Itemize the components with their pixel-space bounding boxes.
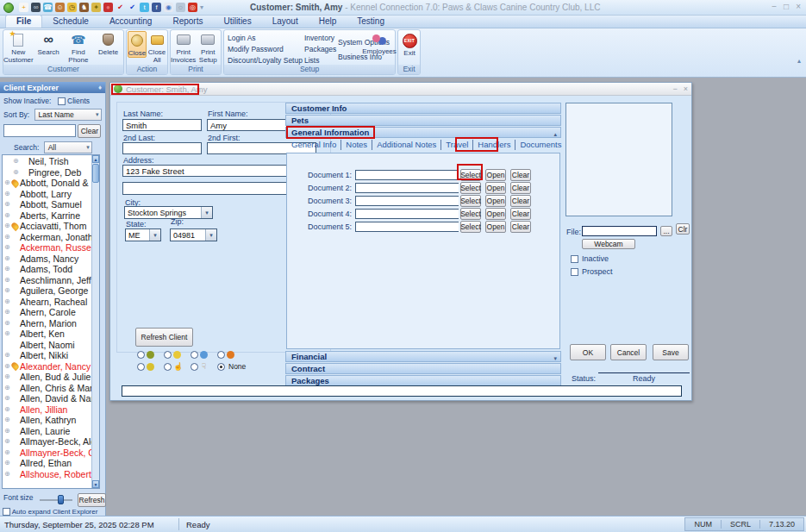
qat-icon[interactable]: ☎ xyxy=(43,3,53,12)
expand-icon[interactable]: ⊕ xyxy=(4,372,12,383)
expand-icon[interactable]: ⊕ xyxy=(4,199,12,210)
expand-icon[interactable]: ⊕ xyxy=(4,275,12,286)
mood-option[interactable] xyxy=(164,351,191,359)
expand-icon[interactable]: ⊕ xyxy=(4,415,12,426)
client-list-item[interactable]: ⊕ Allen, Chris & Mar xyxy=(3,383,91,394)
expand-icon[interactable]: ⊕ xyxy=(4,297,12,308)
client-list-item[interactable]: ⊕ Allred, Ethan xyxy=(3,458,91,469)
radio-icon[interactable] xyxy=(191,363,198,371)
radio-icon[interactable] xyxy=(164,351,172,359)
mood-option[interactable] xyxy=(137,351,164,359)
open-button[interactable]: Open xyxy=(485,182,506,194)
minimize-icon[interactable]: − xyxy=(672,84,677,93)
client-list-item[interactable]: ⊕ Acciavatti, Thom xyxy=(3,221,91,232)
expand-icon[interactable]: ⊕ xyxy=(4,210,12,222)
file-clear-button[interactable]: Clr xyxy=(676,223,690,235)
scroll-down-icon[interactable]: ▼ xyxy=(92,480,99,488)
client-list-item[interactable]: ⊕ Adams, Nancy xyxy=(3,253,91,265)
expand-icon[interactable]: ⊕ xyxy=(4,426,12,437)
client-list-item[interactable]: ⊕ Pingree, Deb xyxy=(3,167,91,178)
ribbon-link[interactable]: Modify Password xyxy=(228,44,303,55)
save-button[interactable]: Save xyxy=(653,344,689,360)
client-list-scrollbar[interactable]: ▲ ▼ xyxy=(91,155,99,488)
ribbon-button[interactable]: Delete xyxy=(93,31,123,56)
client-list-item[interactable]: ⊕ Alexander, Nancy xyxy=(3,361,91,372)
expand-icon[interactable]: ⊕ xyxy=(4,436,12,448)
select-button[interactable]: Select xyxy=(460,182,481,194)
radio-icon[interactable] xyxy=(191,351,198,359)
ribbon-button[interactable]: Close xyxy=(128,31,147,58)
accordion-customer-info[interactable]: Customer Info xyxy=(285,103,561,114)
ribbon-button[interactable]: New Customer xyxy=(3,31,34,64)
city-select[interactable]: Stockton Springs ▾ xyxy=(124,206,213,219)
expand-icon[interactable]: ⊕ xyxy=(4,469,12,480)
expand-icon[interactable]: ⊕ xyxy=(4,253,12,265)
maximize-icon[interactable]: □ xyxy=(784,2,789,11)
qat-icon[interactable]: ∞ xyxy=(31,3,41,12)
tab[interactable]: General Info xyxy=(287,140,341,150)
expand-icon[interactable]: ⊕ xyxy=(4,448,12,459)
expand-icon[interactable]: ⊕ xyxy=(4,189,12,200)
scroll-thumb[interactable] xyxy=(92,164,99,183)
open-button[interactable]: Open xyxy=(485,208,506,220)
clear-button[interactable]: Clear xyxy=(510,208,531,220)
client-list-item[interactable]: ⊕ Abbott, Samuel xyxy=(3,199,91,210)
document-path-field[interactable] xyxy=(355,170,459,180)
menu-item[interactable]: Utilities xyxy=(213,16,261,28)
client-list-item[interactable]: ⊕ Neil, Trish xyxy=(3,156,91,167)
client-list-item[interactable]: ⊕ Allen, Jillian xyxy=(3,404,91,416)
client-list-item[interactable]: ⊕ Ahearn, Racheal xyxy=(3,297,91,308)
font-size-slider-thumb[interactable] xyxy=(58,495,64,504)
open-button[interactable]: Open xyxy=(485,221,506,233)
prospect-checkbox[interactable] xyxy=(571,268,578,276)
client-list-item[interactable]: ⊕ Ackerman, Jonath xyxy=(3,232,91,243)
tab[interactable]: Additional Notes xyxy=(372,140,441,150)
state-select[interactable]: ME ▾ xyxy=(125,228,161,241)
ribbon-collapse-icon[interactable]: ▴ xyxy=(797,57,801,65)
document-path-field[interactable] xyxy=(355,209,459,219)
qat-icon[interactable]: ◷ xyxy=(67,3,77,12)
qat-icon[interactable]: ● xyxy=(103,3,113,12)
expand-icon[interactable]: ⊕ xyxy=(13,167,21,178)
menu-item[interactable]: Reports xyxy=(162,16,213,28)
client-list-item[interactable]: ⊕ Ackerman, Russell xyxy=(3,242,91,253)
client-list-item[interactable]: ⊕ Ahern, Marion xyxy=(3,318,91,329)
qat-icon[interactable]: ◎ xyxy=(188,3,197,12)
tab[interactable]: Travel xyxy=(441,140,473,150)
expand-icon[interactable]: ⊕ xyxy=(4,264,12,275)
expand-icon[interactable]: ⊕ xyxy=(4,393,12,404)
qat-icon[interactable]: ✦ xyxy=(91,3,101,12)
mood-option[interactable]: None xyxy=(217,362,244,371)
clear-button[interactable]: Clear xyxy=(510,182,531,194)
select-button[interactable]: Select xyxy=(460,169,481,181)
client-list-item[interactable]: ⊕ Albert, Naomi xyxy=(3,340,91,351)
client-filter-input[interactable] xyxy=(3,124,76,137)
qat-icon[interactable]: t xyxy=(140,3,149,12)
radio-icon[interactable] xyxy=(137,363,145,371)
expand-icon[interactable]: ⊕ xyxy=(4,307,12,318)
mood-option[interactable]: ☝ xyxy=(164,362,191,371)
radio-icon[interactable] xyxy=(137,351,145,359)
menu-item[interactable]: File xyxy=(5,15,42,28)
expand-icon[interactable]: ⊕ xyxy=(4,404,12,416)
mood-option[interactable] xyxy=(191,351,217,359)
tab[interactable]: Documents xyxy=(515,140,566,150)
zip-select[interactable]: 04981 ▾ xyxy=(170,228,217,241)
ribbon-link[interactable]: Login As xyxy=(228,33,303,44)
radio-icon[interactable] xyxy=(164,363,172,371)
expand-icon[interactable]: ⊕ xyxy=(4,458,12,469)
qat-icon[interactable]: ♞ xyxy=(79,3,89,12)
clear-button[interactable]: Clear xyxy=(510,195,531,207)
menu-item[interactable]: Accounting xyxy=(99,16,162,28)
qat-icon[interactable]: f xyxy=(152,3,161,12)
pin-icon[interactable]: ♦ xyxy=(98,84,102,91)
exit-button[interactable]: EXIT Exit xyxy=(399,32,420,57)
search-scope-select[interactable]: All ▾ xyxy=(44,141,92,153)
clear-button[interactable]: Clear xyxy=(510,221,531,233)
client-list-item[interactable]: ⊕ Ahern, Carole xyxy=(3,307,91,318)
close-icon[interactable]: × xyxy=(684,84,688,93)
show-inactive-checkbox[interactable] xyxy=(58,97,66,105)
refresh-client-button[interactable]: Refresh Client xyxy=(135,328,193,347)
expand-icon[interactable]: ⊕ xyxy=(4,383,12,394)
expand-icon[interactable]: ⊕ xyxy=(4,329,12,340)
